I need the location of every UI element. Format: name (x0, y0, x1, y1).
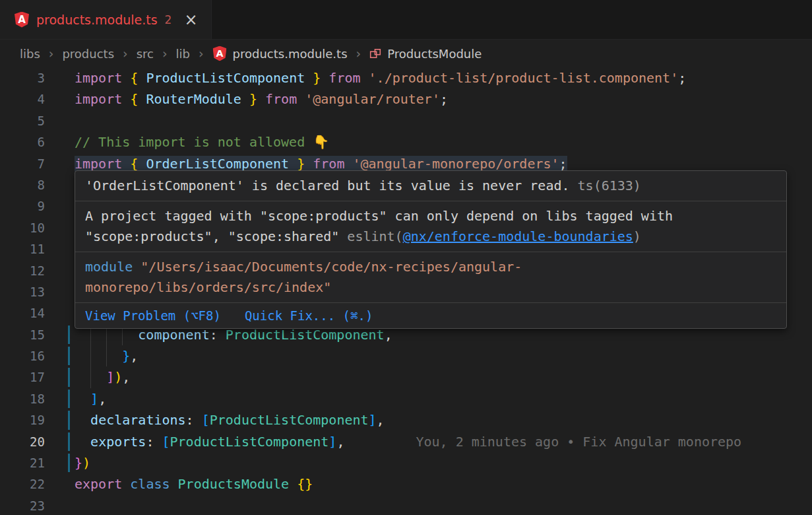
code-token: ProductListComponent (170, 434, 329, 450)
breadcrumb-item-productsmodule[interactable]: ProductsModule (369, 47, 482, 61)
code-token: : (210, 327, 226, 343)
tab-products-module[interactable]: A products.module.ts 2 × (0, 0, 212, 39)
breadcrumb-item-lib[interactable]: lib (176, 47, 190, 61)
code-token (297, 91, 305, 107)
hover-sections: 'OrderListComponent' is declared but its… (75, 171, 786, 303)
code-token: ] (90, 391, 98, 407)
hover-text-line: monorepo/libs/orders/src/index" (85, 277, 776, 298)
error-hover-popup: 'OrderListComponent' is declared but its… (75, 170, 787, 329)
code-token: ; (559, 156, 567, 172)
breadcrumb-item-label: libs (20, 47, 40, 61)
code-line-content[interactable]: declarations: [ProductListComponent], (75, 409, 385, 430)
angular-icon-letter: A (18, 14, 26, 26)
view-problem-button[interactable]: View Problem (⌥F8) (85, 306, 221, 325)
tab-problems-badge: 2 (165, 13, 172, 26)
code-token: ) (114, 369, 122, 385)
code-token: , (377, 412, 385, 428)
breadcrumb-item-products-module-ts[interactable]: Aproducts.module.ts (212, 46, 348, 61)
code-line-content[interactable]: }, (75, 345, 138, 366)
breadcrumb-item-products[interactable]: products (62, 47, 114, 61)
code-token (138, 70, 146, 86)
code-token (289, 476, 297, 492)
code-token: } (75, 455, 82, 471)
line-number: 7 (0, 153, 45, 174)
line-number: 17 (0, 366, 45, 388)
line-number: 19 (0, 409, 45, 430)
angular-icon-letter: A (216, 48, 223, 59)
code-token: 👇 (313, 134, 329, 150)
git-blame-annotation: You, 2 minutes ago • Fix Angular monorep… (416, 434, 741, 450)
code-token (257, 91, 265, 107)
breadcrumb-separator-icon: › (356, 46, 361, 61)
code-token: class (130, 476, 170, 492)
line-number: 15 (0, 324, 45, 345)
breadcrumb-separator-icon: › (162, 46, 168, 61)
breadcrumb-separator-icon: › (123, 46, 128, 61)
code-token: eslint( (347, 228, 402, 244)
editor-line-17: 17 ]), (0, 366, 812, 388)
code-token: import (75, 156, 122, 172)
line-number: 3 (0, 67, 45, 88)
tab-close-icon[interactable]: × (184, 12, 197, 28)
code-token: // This import is not allowed (75, 134, 313, 150)
git-modified-indicator (68, 411, 70, 429)
code-token (241, 91, 249, 107)
code-token (321, 70, 328, 86)
code-token (75, 369, 106, 385)
git-modified-indicator (68, 326, 70, 344)
hover-text-line: A project tagged with "scope:products" c… (85, 206, 776, 226)
code-line-content[interactable]: // This import is not allowed 👇 (75, 131, 329, 153)
code-line-content[interactable]: import { ProductListComponent } from './… (75, 67, 686, 88)
code-token: import (75, 70, 122, 86)
breadcrumb-item-label: products (62, 47, 114, 61)
code-token: } (313, 70, 321, 86)
code-line-content[interactable]: }) (75, 452, 90, 473)
git-modified-indicator (68, 390, 70, 408)
code-token (75, 412, 90, 428)
code-token: ProductListComponent (146, 70, 305, 86)
line-number: 22 (0, 473, 45, 495)
code-token: ProductsModule (178, 476, 290, 492)
breadcrumb-separator-icon: › (49, 46, 54, 61)
code-token: { (130, 156, 138, 172)
code-token (122, 91, 130, 107)
code-line-content[interactable]: exports: [ProductListComponent],You, 2 m… (75, 431, 741, 452)
code-token: from (265, 91, 297, 107)
breadcrumb: libs›products›src›lib›Aproducts.module.t… (0, 40, 812, 67)
code-token (138, 156, 146, 172)
breadcrumb-item-src[interactable]: src (137, 47, 154, 61)
line-number: 6 (0, 131, 45, 153)
code-token: OrderListComponent (146, 156, 289, 172)
code-token (122, 156, 130, 172)
code-token: ) (82, 455, 90, 471)
breadcrumb-item-libs[interactable]: libs (20, 47, 40, 61)
error-underlined-statement[interactable]: import { OrderListComponent } from '@ang… (75, 156, 567, 172)
code-line-content[interactable]: ], (75, 388, 106, 409)
code-line-content[interactable]: export class ProductsModule {} (75, 473, 313, 495)
line-number: 23 (0, 495, 45, 515)
editor-line-18: 18 ], (0, 388, 812, 409)
quick-fix-button[interactable]: Quick Fix... (⌘.) (245, 306, 373, 325)
code-token: [ (202, 412, 210, 428)
editor-line-5: 5 (0, 110, 812, 131)
code-token: } (249, 91, 257, 107)
code-token: export (75, 476, 122, 492)
code-token: ] (106, 369, 114, 385)
code-token (138, 91, 146, 107)
eslint-rule-link[interactable]: @nx/enforce-module-boundaries (403, 228, 633, 244)
code-token: '@angular/router' (305, 91, 440, 107)
git-modified-indicator (68, 432, 70, 451)
code-token: from (313, 156, 344, 172)
breadcrumb-item-label: ProductsModule (387, 47, 482, 61)
editor-line-4: 4import { RouterModule } from '@angular/… (0, 88, 812, 110)
code-token (133, 259, 141, 275)
code-token (361, 70, 369, 86)
line-number: 16 (0, 345, 45, 366)
code-line-content[interactable]: ]), (75, 366, 130, 388)
code-token: , (122, 369, 130, 385)
code-token: { (130, 91, 138, 107)
code-line-content[interactable]: import { RouterModule } from '@angular/r… (75, 88, 448, 110)
breadcrumb-item-label: lib (176, 47, 190, 61)
code-token: monorepo/libs/orders/src/index" (85, 279, 331, 295)
breadcrumb-item-label: src (137, 47, 154, 61)
